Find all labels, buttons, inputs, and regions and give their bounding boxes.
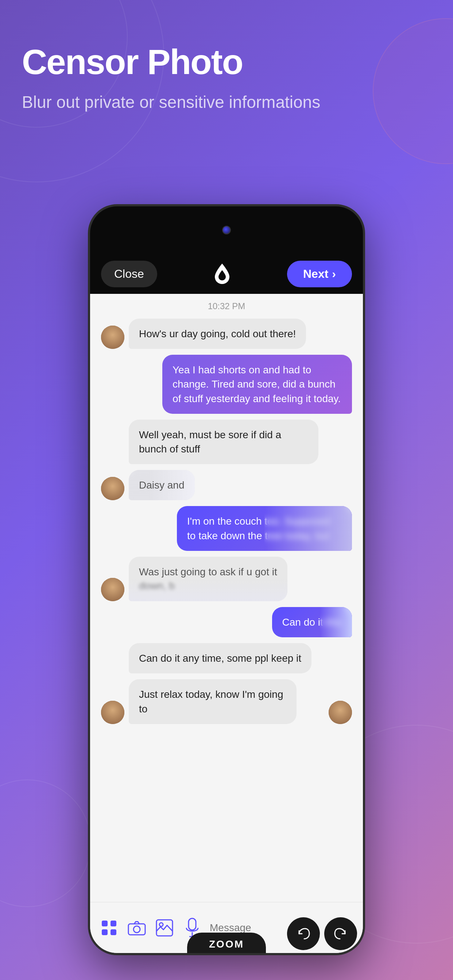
message-text-2: Yea I had shorts on and had to change. T… <box>172 364 341 404</box>
svg-rect-4 <box>188 918 196 930</box>
avatar-9b <box>329 701 352 724</box>
grid-icon[interactable] <box>99 918 119 938</box>
zoom-bar: ZOOM <box>187 932 266 953</box>
grip-dot-3 <box>102 929 108 935</box>
camera-icon[interactable] <box>126 918 147 938</box>
chat-area: 10:32 PM How's ur day going, cold out th… <box>90 294 363 953</box>
avatar-4 <box>101 477 124 500</box>
avatar-face-6 <box>101 578 124 601</box>
message-row-9: Just relax today, know I'm going to <box>101 679 352 724</box>
message-text-9: Just relax today, know I'm going to <box>139 689 283 714</box>
message-row-3: Well yeah, must be sore if did a bunch o… <box>101 420 352 464</box>
grip-dot-1 <box>102 921 108 926</box>
message-bubble-1: How's ur day going, cold out there! <box>129 319 306 349</box>
next-button[interactable]: Next › <box>287 261 352 287</box>
phone-mockup: Close Next › 10:32 PM <box>88 204 365 955</box>
message-bubble-6-container: Was just going to ask if u got itdown, b <box>129 557 287 601</box>
message-bubble-8: Can do it any time, some ppl keep it <box>129 643 311 673</box>
message-row-4: Daisy and Daisy and <box>101 470 352 500</box>
close-button[interactable]: Close <box>101 261 157 287</box>
undo-button[interactable] <box>287 917 320 950</box>
grip-dots <box>102 921 116 935</box>
chat-timestamp: 10:32 PM <box>90 294 363 315</box>
phone-frame: Close Next › 10:32 PM <box>88 204 365 955</box>
message-text-1: How's ur day going, cold out there! <box>139 328 296 339</box>
camera-svg <box>128 920 146 935</box>
message-row-7: Can do it this <box>101 607 352 637</box>
message-row-5: I'm on the couch too. Supposed to take d… <box>101 506 352 550</box>
blur-overlay-7 <box>320 607 352 637</box>
message-bubble-7-container: Can do it this <box>272 607 352 637</box>
avatar-face-1 <box>101 326 124 349</box>
avatar-9 <box>101 701 124 724</box>
svg-point-3 <box>160 923 163 926</box>
camera-dot <box>222 226 231 234</box>
message-text-3: Well yeah, must be sore if did a bunch o… <box>139 429 281 455</box>
avatar-face-9 <box>101 701 124 724</box>
next-chevron-icon: › <box>332 267 336 281</box>
svg-point-1 <box>134 926 140 932</box>
message-bubble-5-container: I'm on the couch too. Supposed to take d… <box>177 506 352 550</box>
header-section: Censor Photo Blur out private or sensiti… <box>22 44 431 113</box>
undo-redo-container <box>287 917 357 950</box>
message-bubble-4-container: Daisy and Daisy and <box>129 470 195 500</box>
message-text-8: Can do it any time, some ppl keep it <box>139 652 301 664</box>
water-drop-icon <box>213 263 231 285</box>
phone-notch <box>90 206 363 254</box>
app-toolbar: Close Next › <box>90 254 363 294</box>
message-row-2: Yea I had shorts on and had to change. T… <box>101 355 352 414</box>
image-icon[interactable] <box>154 918 175 938</box>
message-row-1: How's ur day going, cold out there! <box>101 319 352 349</box>
avatar-face-9b <box>329 701 352 724</box>
messages-container: How's ur day going, cold out there! Yea … <box>90 315 363 733</box>
avatar-1 <box>101 326 124 349</box>
blur-text-4: Daisy and <box>129 470 195 500</box>
redo-button[interactable] <box>324 917 357 950</box>
page-subtitle: Blur out private or sensitive informatio… <box>22 92 431 113</box>
avatar-6 <box>101 578 124 601</box>
message-row-8: Can do it any time, some ppl keep it <box>101 643 352 673</box>
zoom-label: ZOOM <box>209 939 244 950</box>
undo-icon <box>296 926 311 941</box>
toolbar-center-icon <box>211 263 233 285</box>
message-bubble-3: Well yeah, must be sore if did a bunch o… <box>129 420 318 464</box>
image-svg <box>155 919 174 937</box>
blur-overlay-6 <box>129 579 287 601</box>
grip-dot-2 <box>110 921 116 926</box>
page-title: Censor Photo <box>22 44 431 81</box>
message-row-6: Was just going to ask if u got itdown, b <box>101 557 352 601</box>
redo-icon <box>333 926 348 941</box>
avatar-face-4 <box>101 477 124 500</box>
grip-dot-4 <box>110 929 116 935</box>
message-bubble-2: Yea I had shorts on and had to change. T… <box>162 355 352 414</box>
message-bubble-9: Just relax today, know I'm going to <box>129 679 297 724</box>
blur-overlay-5 <box>265 506 352 550</box>
